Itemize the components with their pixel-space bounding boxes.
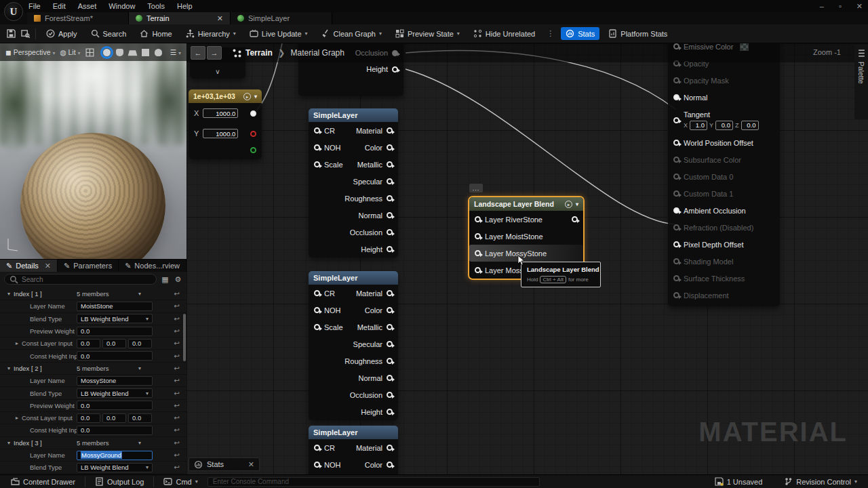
collapse-caret-icon[interactable]: ▾ (4, 365, 14, 371)
input-pin[interactable] (314, 445, 320, 451)
output-pin[interactable] (250, 110, 256, 117)
output-pin[interactable] (392, 66, 398, 73)
clean-graph-button[interactable]: Clean Graph▾ (317, 27, 387, 40)
chevron-down-icon[interactable]: ▾ (138, 440, 141, 446)
restore-button[interactable]: ▫ (839, 2, 842, 10)
y-value-field[interactable]: 1000.0 (203, 129, 238, 138)
reset-to-default-icon[interactable]: ↩ (174, 402, 180, 409)
reset-to-default-icon[interactable]: ↩ (174, 464, 180, 471)
hierarchy-button[interactable]: Hierarchy▾ (181, 27, 241, 40)
output-pin[interactable] (387, 212, 393, 218)
output-pin[interactable] (387, 127, 393, 134)
output-pin[interactable] (387, 324, 393, 330)
menu-tools[interactable]: Tools (147, 2, 165, 10)
expander-icon[interactable]: ▸ (12, 340, 22, 346)
close-icon[interactable]: ✕ (248, 460, 254, 469)
output-pin[interactable] (387, 462, 393, 468)
collapse-caret-icon[interactable]: ▾ (4, 291, 14, 297)
stats-button[interactable]: Stats (561, 27, 599, 40)
reset-to-default-icon[interactable]: ↩ (174, 426, 180, 434)
menu-window[interactable]: Window (108, 2, 135, 10)
vector-component-field[interactable]: 0.0 (102, 413, 126, 423)
asset-tab-foreststream[interactable]: ForestStream* (27, 12, 129, 24)
input-pin[interactable] (475, 267, 481, 273)
output-pin[interactable] (387, 445, 393, 451)
nav-back-button[interactable]: ← (191, 46, 205, 60)
input-pin[interactable] (673, 241, 679, 247)
output-pin-g[interactable] (250, 147, 256, 153)
console-command-input[interactable]: Enter Console Command (208, 477, 540, 487)
details-scrollbar[interactable] (183, 314, 186, 361)
output-pin[interactable] (387, 307, 393, 313)
reset-to-default-icon[interactable]: ↩ (174, 377, 180, 384)
details-tab-nodesrview[interactable]: ✎Nodes...rview (119, 260, 186, 272)
preview-viewport[interactable]: ◼ Perspective ▾ ◍ Lit ▾ ☰ ▾ (0, 43, 186, 259)
output-pin[interactable] (572, 216, 578, 222)
details-tab-parameters[interactable]: ✎Parameters (58, 260, 119, 272)
reset-to-default-icon[interactable]: ↩ (174, 290, 180, 298)
output-pin[interactable] (387, 375, 393, 381)
output-pin[interactable] (387, 144, 393, 150)
reset-to-default-icon[interactable]: ↩ (174, 340, 180, 347)
output-log-button[interactable]: Output Log (90, 475, 149, 488)
palette-tab[interactable]: Palette (854, 45, 868, 119)
input-pin[interactable] (314, 127, 320, 134)
reset-to-default-icon[interactable]: ↩ (174, 315, 180, 323)
simplelayer-node-3[interactable]: SimpleLayerCRMaterialNOHColorScaleMetall… (309, 426, 398, 474)
comment-bubble[interactable]: ... (469, 184, 483, 192)
output-pin-r[interactable] (250, 131, 256, 137)
array-index-header[interactable]: ▾Index [ 2 ]5 members▾↩ (0, 363, 186, 375)
input-pin[interactable] (314, 324, 320, 330)
value-field[interactable]: 0.0 (77, 327, 153, 336)
x-value-field[interactable]: 1000.0 (203, 108, 238, 118)
vector-component-field[interactable]: 0.0 (741, 121, 759, 130)
platform-stats-button[interactable]: Platform Stats (604, 27, 672, 40)
value-field[interactable]: 0.0 (77, 351, 153, 361)
cube-shape-button[interactable] (142, 49, 149, 56)
menu-asset[interactable]: Asset (78, 2, 97, 10)
input-pin[interactable] (673, 207, 679, 214)
output-pin[interactable] (387, 161, 393, 167)
input-pin[interactable] (475, 250, 481, 256)
dropdown-field[interactable]: LB Weight Blend▾ (77, 388, 153, 398)
reset-to-default-icon[interactable]: ↩ (174, 439, 180, 447)
custom-mesh-button[interactable] (155, 49, 162, 56)
input-pin[interactable] (673, 174, 679, 180)
input-pin[interactable] (314, 290, 320, 296)
asset-tab-simplelayer[interactable]: SimpleLayer (231, 12, 332, 24)
revision-control-dropdown[interactable]: Revision Control ▾ (778, 475, 863, 488)
viewport-options-menu[interactable]: ☰ ▾ (170, 48, 181, 56)
output-pin[interactable] (387, 229, 393, 235)
menu-file[interactable]: File (28, 2, 41, 10)
menu-edit[interactable]: Edit (53, 2, 66, 10)
stats-panel-tab[interactable]: Stats ✕ (189, 458, 260, 471)
value-field[interactable]: MossyGround (77, 451, 153, 460)
constant2vector-node[interactable]: 1e+03,1e+03 ▸ ▾ X 1000.0 Y 1000.0 (189, 89, 262, 159)
input-pin[interactable] (314, 307, 320, 313)
layer-input-row[interactable]: Layer RiverStone (469, 211, 583, 228)
plane-shape-button[interactable] (127, 50, 137, 56)
array-index-header[interactable]: ▾Index [ 3 ]5 members▾↩ (0, 437, 186, 449)
input-pin[interactable] (673, 140, 679, 146)
input-pin[interactable] (673, 258, 679, 264)
preview-state-button[interactable]: Preview State▾ (391, 27, 465, 40)
display-options-icon[interactable]: ▦ (161, 275, 170, 284)
asset-tab-terrain[interactable]: Terrain✕ (129, 12, 231, 24)
value-field[interactable]: 0.0 (77, 426, 153, 435)
search-button[interactable]: Search (86, 27, 132, 40)
chevron-down-icon[interactable]: ▾ (138, 365, 141, 371)
reset-to-default-icon[interactable]: ↩ (174, 414, 180, 422)
preview-toggle-icon[interactable]: ▸ (243, 93, 251, 100)
content-drawer-button[interactable]: Content Drawer (5, 475, 81, 488)
output-pin[interactable] (387, 246, 393, 252)
input-pin[interactable] (673, 292, 679, 298)
preview-toggle-icon[interactable]: ▸ (565, 201, 572, 208)
array-index-header[interactable]: ▾Index [ 1 ]5 members▾↩ (0, 288, 186, 300)
value-field[interactable]: 0.0 (77, 401, 153, 410)
cmd-dropdown[interactable]: Cmd ▾ (158, 475, 203, 488)
apply-button[interactable]: Apply (41, 27, 82, 40)
collapse-caret-icon[interactable]: ▾ (4, 440, 14, 446)
input-pin[interactable] (673, 77, 679, 83)
material-result-node[interactable]: Emissive ColorOpacityOpacity MaskNormalT… (668, 43, 780, 306)
home-button[interactable]: Home (135, 27, 176, 40)
